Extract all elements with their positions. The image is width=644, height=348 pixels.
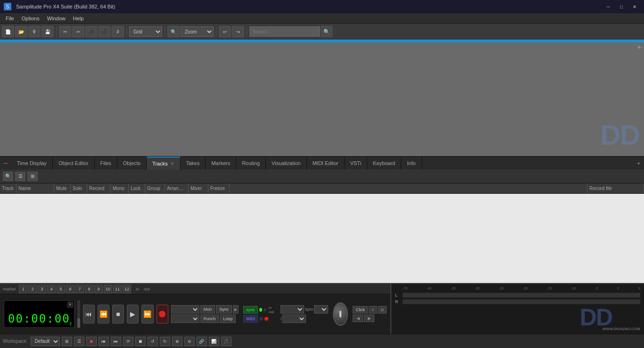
stop-button[interactable]: ■: [112, 305, 124, 323]
zoom-in-button[interactable]: 🔍: [167, 26, 180, 37]
tab-visualization[interactable]: Visualization: [266, 157, 307, 170]
menu-file[interactable]: File: [2, 15, 18, 22]
mon-button[interactable]: Mon: [200, 305, 215, 314]
marker-5[interactable]: 5: [57, 285, 65, 293]
sb-btn-2[interactable]: ☰: [74, 337, 84, 346]
tab-files[interactable]: Files: [95, 157, 117, 170]
sb-btn-14[interactable]: 🎵: [221, 337, 231, 346]
bpm-dropdown[interactable]: [281, 305, 304, 314]
punch-button[interactable]: Punch: [200, 315, 219, 323]
marker-8[interactable]: 8: [85, 285, 93, 293]
undo-button[interactable]: ↩: [219, 26, 231, 37]
track-list-button[interactable]: ☰: [15, 172, 25, 181]
sb-btn-6[interactable]: ⟳: [123, 337, 133, 346]
menu-window[interactable]: Window: [43, 15, 69, 22]
search-input[interactable]: [249, 26, 320, 37]
nav-left-button[interactable]: ◀: [353, 315, 363, 322]
marker-6[interactable]: 6: [66, 285, 74, 293]
sync-active-button[interactable]: sync: [243, 306, 258, 314]
sb-btn-3[interactable]: ⏺: [86, 337, 97, 346]
grid-toggle[interactable]: #: [369, 306, 377, 314]
bpm2-dropdown[interactable]: [314, 305, 328, 314]
tab-info[interactable]: Info: [401, 157, 421, 170]
menu-options[interactable]: Options: [18, 15, 43, 22]
l-meter-track: [403, 293, 640, 298]
save-button[interactable]: 💾: [41, 26, 54, 37]
collapse-panel-button[interactable]: ─: [0, 158, 11, 168]
marker-7[interactable]: 7: [75, 285, 84, 293]
expand-button[interactable]: ▶: [233, 305, 239, 314]
sb-btn-8[interactable]: ↺: [148, 337, 158, 346]
marker-1[interactable]: 1: [19, 285, 27, 293]
add-panel-button[interactable]: +: [637, 43, 641, 51]
tempo-dropdown[interactable]: [171, 315, 199, 323]
grid-dropdown[interactable]: Grid: [129, 26, 162, 37]
sb-btn-7[interactable]: ⏹: [135, 337, 146, 346]
tab-keyboard[interactable]: Keyboard: [367, 157, 401, 170]
close-button[interactable]: ✕: [629, 2, 640, 11]
back-button[interactable]: ⏪: [98, 305, 109, 323]
grid-button[interactable]: #: [112, 26, 124, 37]
scale-0: 0: [617, 287, 619, 290]
tab-objects[interactable]: Objects: [117, 157, 147, 170]
open-button[interactable]: 📂: [15, 26, 27, 37]
level-meters: -70 -40 -35 -30 -25 -20 -15 -10 -5 0 9 L: [391, 283, 644, 334]
marker-4[interactable]: 4: [47, 285, 56, 293]
tab-markers[interactable]: Markers: [206, 157, 236, 170]
rewind-button[interactable]: ⏮: [83, 305, 95, 323]
timesig-dropdown[interactable]: [282, 315, 306, 323]
tab-tracks[interactable]: Tracks ✕: [147, 157, 181, 170]
marker-11[interactable]: 11: [113, 285, 122, 293]
marker-12[interactable]: 12: [123, 285, 131, 293]
tab-takes[interactable]: Takes: [181, 157, 206, 170]
toolbar-separator-1: [56, 27, 57, 36]
sb-btn-13[interactable]: 📊: [209, 337, 219, 346]
track-search-button[interactable]: 🔍: [3, 172, 13, 181]
nav-right-button[interactable]: ▶: [364, 315, 374, 322]
sb-btn-9[interactable]: ↻: [160, 337, 170, 346]
tab-time-display[interactable]: Time Display: [11, 157, 53, 170]
tab-tracks-close[interactable]: ✕: [171, 161, 174, 166]
align-right-button[interactable]: ⬛: [99, 26, 111, 37]
sb-btn-5[interactable]: ⏭: [111, 337, 121, 346]
sb-btn-10[interactable]: ⊕: [172, 337, 182, 346]
cut2-button[interactable]: ✂: [72, 26, 84, 37]
click-extra[interactable]: ⊞: [378, 306, 387, 314]
add-tab-button[interactable]: +: [634, 158, 644, 168]
tab-midi-editor[interactable]: MIDI Editor: [307, 157, 345, 170]
tab-object-editor[interactable]: Object Editor: [53, 157, 95, 170]
redo-button[interactable]: ↪: [232, 26, 244, 37]
tab-routing[interactable]: Routing: [236, 157, 266, 170]
sb-btn-12[interactable]: 🔗: [197, 337, 207, 346]
align-left-button[interactable]: ⬛: [85, 26, 98, 37]
click-button[interactable]: Click: [353, 306, 368, 314]
lcd-dropdown-arrow[interactable]: ▼: [67, 302, 73, 307]
record-button[interactable]: [157, 305, 168, 323]
record-button[interactable]: 🎙: [28, 26, 41, 37]
marker-2[interactable]: 2: [28, 285, 37, 293]
cut-button[interactable]: ✂: [59, 26, 71, 37]
track-view-button[interactable]: ⊞: [27, 172, 38, 181]
loop-button[interactable]: Loop: [220, 315, 236, 323]
midi-button[interactable]: MIDI: [243, 315, 258, 323]
sb-btn-11[interactable]: ⊖: [184, 337, 195, 346]
forward-button[interactable]: ⏩: [141, 305, 153, 323]
minimize-button[interactable]: ─: [603, 2, 614, 11]
marker-9[interactable]: 9: [94, 285, 103, 293]
playback-dropdown[interactable]: [171, 305, 199, 314]
new-button[interactable]: 📄: [2, 26, 14, 37]
marker-10[interactable]: 10: [104, 285, 112, 293]
play-button[interactable]: ▶: [127, 305, 139, 323]
menu-help[interactable]: Help: [69, 15, 88, 22]
tab-vsti[interactable]: VSTi: [345, 157, 367, 170]
zoom-dropdown[interactable]: Zoom: [181, 26, 214, 37]
workspace-select[interactable]: Default: [31, 337, 60, 346]
lcd-scroll-thumb[interactable]: [77, 318, 80, 328]
marker-3[interactable]: 3: [38, 285, 46, 293]
maximize-button[interactable]: □: [616, 2, 627, 11]
sync-button[interactable]: Sync: [216, 305, 232, 314]
master-knob[interactable]: [333, 302, 348, 326]
search-button[interactable]: 🔍: [321, 26, 332, 37]
sb-btn-1[interactable]: ⊞: [62, 337, 72, 346]
sb-btn-4[interactable]: ⏮: [99, 337, 109, 346]
